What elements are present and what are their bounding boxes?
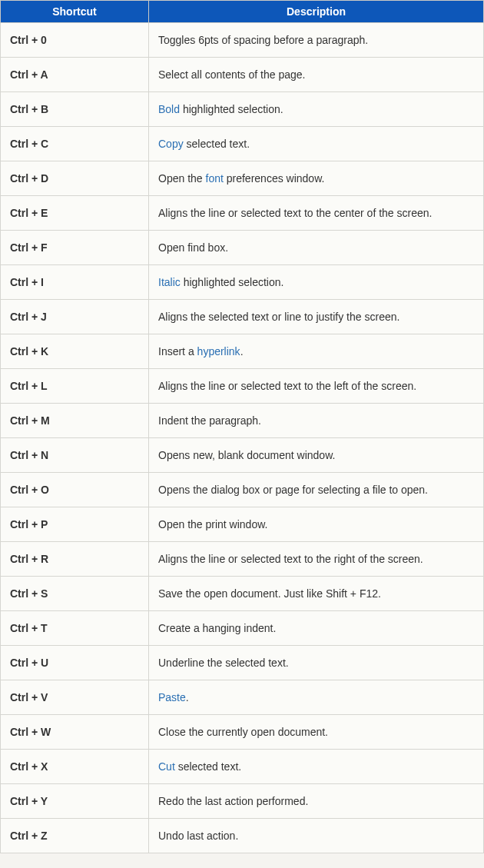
description-cell: Aligns the selected text or line to just… — [149, 300, 484, 334]
description-cell: Bold highlighted selection. — [149, 92, 484, 127]
description-cell: Close the currently open document. — [149, 715, 484, 750]
shortcut-cell: Ctrl + J — [1, 300, 149, 334]
header-shortcut: Shortcut — [1, 1, 149, 23]
description-text: Redo the last action performed. — [158, 795, 308, 807]
shortcut-cell: Ctrl + F — [1, 231, 149, 265]
table-row: Ctrl + YRedo the last action performed. — [1, 784, 484, 819]
shortcut-cell: Ctrl + E — [1, 196, 149, 231]
table-row: Ctrl + RAligns the line or selected text… — [1, 542, 484, 577]
shortcut-cell: Ctrl + L — [1, 369, 149, 404]
description-cell: Opens new, blank document window. — [149, 438, 484, 473]
description-text: Opens the dialog box or page for selecti… — [158, 484, 428, 496]
description-text: Opens new, blank document window. — [158, 449, 335, 461]
description-text: Underline the selected text. — [158, 657, 289, 669]
description-text: selected text. — [175, 760, 241, 773]
keyword-link[interactable]: font — [206, 172, 224, 185]
description-cell: Paste. — [149, 680, 484, 715]
table-row: Ctrl + CCopy selected text. — [1, 127, 484, 161]
table-row: Ctrl + SSave the open document. Just lik… — [1, 577, 484, 611]
shortcut-cell: Ctrl + M — [1, 404, 149, 438]
shortcut-cell: Ctrl + U — [1, 646, 149, 680]
description-cell: Create a hanging indent. — [149, 611, 484, 646]
table-row: Ctrl + BBold highlighted selection. — [1, 92, 484, 127]
table-row: Ctrl + KInsert a hyperlink. — [1, 334, 484, 369]
description-text: Aligns the selected text or line to just… — [158, 311, 399, 323]
table-row: Ctrl + NOpens new, blank document window… — [1, 438, 484, 473]
shortcut-cell: Ctrl + O — [1, 473, 149, 507]
description-cell: Save the open document. Just like Shift … — [149, 577, 484, 611]
shortcut-cell: Ctrl + R — [1, 542, 149, 577]
keyword-link[interactable]: Paste — [158, 691, 186, 703]
description-text: Aligns the line or selected text to the … — [158, 380, 416, 392]
shortcut-cell: Ctrl + I — [1, 265, 149, 300]
description-text: Aligns the line or selected text to the … — [158, 553, 423, 565]
description-cell: Indent the paragraph. — [149, 404, 484, 438]
description-cell: Aligns the line or selected text to the … — [149, 369, 484, 404]
table-row: Ctrl + XCut selected text. — [1, 750, 484, 784]
shortcut-cell: Ctrl + K — [1, 334, 149, 369]
description-text: Undo last action. — [158, 830, 238, 842]
description-text: Indent the paragraph. — [158, 414, 261, 427]
description-text: Close the currently open document. — [158, 726, 328, 738]
table-header-row: Shortcut Description — [1, 1, 484, 23]
description-cell: Toggles 6pts of spacing before a paragra… — [149, 23, 484, 58]
description-cell: Copy selected text. — [149, 127, 484, 161]
shortcut-cell: Ctrl + Z — [1, 819, 149, 853]
header-description: Description — [149, 1, 484, 23]
description-text: Toggles 6pts of spacing before a paragra… — [158, 34, 368, 46]
keyword-link[interactable]: hyperlink — [197, 345, 240, 358]
shortcut-cell: Ctrl + C — [1, 127, 149, 161]
keyword-link[interactable]: Copy — [158, 138, 184, 150]
description-cell: Open find box. — [149, 231, 484, 265]
keyword-link[interactable]: Cut — [158, 760, 175, 773]
table-row: Ctrl + IItalic highlighted selection. — [1, 265, 484, 300]
shortcuts-table: Shortcut Description Ctrl + 0Toggles 6pt… — [0, 0, 484, 853]
description-text: Insert a — [158, 345, 197, 358]
description-cell: Opens the dialog box or page for selecti… — [149, 473, 484, 507]
table-row: Ctrl + MIndent the paragraph. — [1, 404, 484, 438]
keyword-link[interactable]: Bold — [158, 103, 180, 115]
description-text: highlighted selection. — [181, 276, 284, 288]
description-cell: Open the font preferences window. — [149, 161, 484, 196]
description-text: . — [240, 345, 244, 358]
description-text: highlighted selection. — [180, 103, 283, 115]
description-text: preferences window. — [224, 172, 325, 185]
table-row: Ctrl + UUnderline the selected text. — [1, 646, 484, 680]
description-text: Open find box. — [158, 241, 228, 254]
keyword-link[interactable]: Italic — [158, 276, 181, 288]
description-text: Select all contents of the page. — [158, 68, 305, 81]
table-row: Ctrl + EAligns the line or selected text… — [1, 196, 484, 231]
table-row: Ctrl + FOpen find box. — [1, 231, 484, 265]
description-cell: Select all contents of the page. — [149, 58, 484, 92]
shortcut-cell: Ctrl + V — [1, 680, 149, 715]
table-row: Ctrl + 0Toggles 6pts of spacing before a… — [1, 23, 484, 58]
description-cell: Aligns the line or selected text to the … — [149, 196, 484, 231]
description-text: selected text. — [184, 138, 250, 150]
table-row: Ctrl + VPaste. — [1, 680, 484, 715]
table-row: Ctrl + JAligns the selected text or line… — [1, 300, 484, 334]
table-row: Ctrl + POpen the print window. — [1, 507, 484, 542]
table-row: Ctrl + ASelect all contents of the page. — [1, 58, 484, 92]
shortcut-cell: Ctrl + T — [1, 611, 149, 646]
description-text: Create a hanging indent. — [158, 622, 276, 634]
description-cell: Open the print window. — [149, 507, 484, 542]
shortcut-cell: Ctrl + D — [1, 161, 149, 196]
table-row: Ctrl + LAligns the line or selected text… — [1, 369, 484, 404]
shortcut-cell: Ctrl + 0 — [1, 23, 149, 58]
shortcut-cell: Ctrl + A — [1, 58, 149, 92]
description-cell: Redo the last action performed. — [149, 784, 484, 819]
shortcut-cell: Ctrl + P — [1, 507, 149, 542]
description-text: Open the print window. — [158, 518, 267, 530]
shortcut-cell: Ctrl + Y — [1, 784, 149, 819]
table-row: Ctrl + ZUndo last action. — [1, 819, 484, 853]
table-row: Ctrl + DOpen the font preferences window… — [1, 161, 484, 196]
shortcuts-table-container: Shortcut Description Ctrl + 0Toggles 6pt… — [0, 0, 484, 853]
description-cell: Italic highlighted selection. — [149, 265, 484, 300]
shortcut-cell: Ctrl + N — [1, 438, 149, 473]
table-row: Ctrl + WClose the currently open documen… — [1, 715, 484, 750]
description-cell: Undo last action. — [149, 819, 484, 853]
shortcut-cell: Ctrl + S — [1, 577, 149, 611]
description-text: . — [186, 691, 189, 703]
shortcut-cell: Ctrl + W — [1, 715, 149, 750]
table-row: Ctrl + OOpens the dialog box or page for… — [1, 473, 484, 507]
